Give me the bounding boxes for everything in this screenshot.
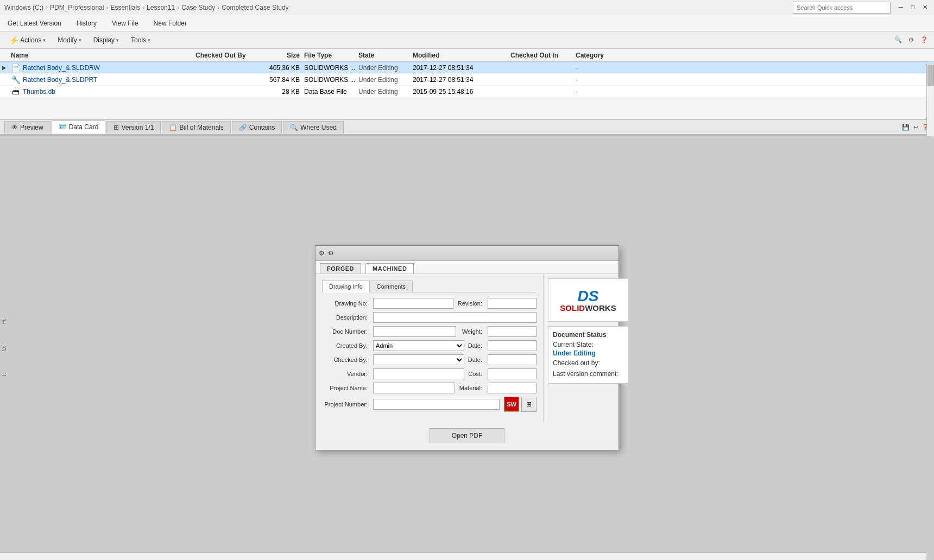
open-pdf-area: Open PDF <box>315 422 619 450</box>
breadcrumb-pdm[interactable]: PDM_Professional <box>50 4 104 11</box>
file-list-header: Name Checked Out By Size File Type State… <box>0 49 934 62</box>
tab-data-card[interactable]: 🪪 Data Card <box>52 120 106 133</box>
col-header-size[interactable]: Size <box>261 52 304 59</box>
side-label-o[interactable]: O: <box>1 346 9 352</box>
table-row[interactable]: 🔧 Ratchet Body_&.SLDPRT 567.84 KB SOLIDW… <box>0 74 934 86</box>
breadcrumb-completed[interactable]: Completed Case Study <box>222 4 288 11</box>
nav-get-latest-version[interactable]: Get Latest Version <box>4 17 65 29</box>
table-row[interactable]: 🗃 Thumbs.db 28 KB Data Base File Under E… <box>0 86 934 98</box>
nav-new-folder[interactable]: New Folder <box>150 17 190 29</box>
save-icon[interactable]: 💾 <box>901 123 910 131</box>
tab-data-card-label: Data Card <box>69 123 99 131</box>
tab-bom-label: Bill of Materials <box>179 124 223 131</box>
tab-where-used[interactable]: 🔍 Where Used <box>283 121 344 133</box>
tab-machined[interactable]: MACHINED <box>365 263 414 273</box>
tools-button[interactable]: Tools ▾ <box>126 34 155 46</box>
col-header-filetype[interactable]: File Type <box>304 52 358 59</box>
file-type-icon: 🗃 <box>11 87 21 97</box>
tab-version-label: Version 1/1 <box>121 124 154 131</box>
created-by-select[interactable]: Admin <box>373 340 464 351</box>
file-name[interactable]: Ratchet Body_&.SLDDRW <box>23 64 100 72</box>
created-by-label: Created By: <box>322 342 371 349</box>
file-name[interactable]: Thumbs.db <box>23 88 55 96</box>
cost-input[interactable] <box>488 368 537 379</box>
file-name[interactable]: Ratchet Body_&.SLDPRT <box>23 76 97 84</box>
table-row[interactable]: ▶ 📄 Ratchet Body_&.SLDDRW 405.36 KB SOLI… <box>0 62 934 74</box>
solidworks-launch-button[interactable]: SW <box>504 397 519 412</box>
vendor-input[interactable] <box>373 368 464 379</box>
current-state-value: Under Editing <box>553 349 623 357</box>
horizontal-scrollbar[interactable] <box>0 552 926 560</box>
col-header-checkin[interactable]: Checked Out In <box>510 52 576 59</box>
col-header-checkout[interactable]: Checked Out By <box>195 52 261 59</box>
breadcrumb: Windows (C:) › PDM_Professional › Essent… <box>4 4 930 11</box>
modify-button[interactable]: Modify ▾ <box>53 34 86 46</box>
project-number-input[interactable] <box>373 399 500 410</box>
undo-icon[interactable]: ↩ <box>911 123 920 131</box>
tab-version[interactable]: ⊞ Version 1/1 <box>106 121 161 133</box>
maximize-button[interactable]: □ <box>908 2 918 12</box>
project-name-input[interactable] <box>373 383 455 393</box>
drawing-no-input[interactable] <box>373 298 453 309</box>
breadcrumb-lesson11[interactable]: Lesson11 <box>147 4 175 11</box>
open-pdf-button[interactable]: Open PDF <box>430 428 505 443</box>
col-header-name[interactable]: Name <box>11 52 195 59</box>
date1-input[interactable]: 2017-12-27 <box>488 340 537 351</box>
file-modified: 2017-12-27 08:51:34 <box>413 76 510 84</box>
display-button[interactable]: Display ▾ <box>89 34 124 46</box>
left-side-labels: H: O: T: <box>0 136 10 560</box>
search-input[interactable] <box>793 2 891 14</box>
dialog-right-panel: DS SOLIDWORKS Document Status Current St… <box>543 274 630 422</box>
settings-icon[interactable]: ⚙ <box>906 35 917 46</box>
tab-forged[interactable]: FORGED <box>320 263 361 273</box>
works-text: WORKS <box>585 304 616 312</box>
tab-contains[interactable]: 🔗 Contains <box>232 121 282 133</box>
side-label-t[interactable]: T: <box>1 373 9 377</box>
where-used-icon: 🔍 <box>290 124 298 131</box>
help-icon[interactable]: ❓ <box>919 35 930 46</box>
side-label-h[interactable]: H: <box>1 319 9 324</box>
form-row-checked-by: Checked By: Date: <box>322 354 537 365</box>
tab-preview[interactable]: 👁 Preview <box>4 121 51 133</box>
breadcrumb-essentials[interactable]: Essentials <box>110 4 140 11</box>
breadcrumb-windows[interactable]: Windows (C:) <box>4 4 43 11</box>
actions-icon: ⚡ <box>9 36 18 44</box>
revision-input[interactable] <box>488 298 537 309</box>
grid-view-button[interactable]: ⊞ <box>521 397 537 412</box>
main-area: H: O: T: ⚙ ⚙ FORGED MACHINED Drawing Inf… <box>0 136 934 560</box>
col-header-state[interactable]: State <box>358 52 413 59</box>
project-name-label: Project Name: <box>322 385 371 391</box>
zoom-icon[interactable]: 🔍 <box>893 35 904 46</box>
actions-label: Actions <box>20 36 41 44</box>
minimize-button[interactable]: ─ <box>896 2 906 12</box>
file-name-cell: 🔧 Ratchet Body_&.SLDPRT <box>11 75 195 85</box>
row-select-icon: ▶ <box>2 65 11 71</box>
material-label: Material: <box>457 385 485 391</box>
scroll-thumb[interactable] <box>927 65 934 86</box>
file-type: SOLIDWORKS ... <box>304 64 358 72</box>
revision-label: Revision: <box>456 300 485 307</box>
col-header-category[interactable]: Category <box>576 52 641 59</box>
date2-input[interactable] <box>488 354 537 365</box>
tab-comments[interactable]: Comments <box>370 281 413 292</box>
date1-label: Date: <box>466 342 485 349</box>
col-header-modified[interactable]: Modified <box>413 52 510 59</box>
sw-wordmark: SOLIDWORKS <box>560 304 616 312</box>
nav-history[interactable]: History <box>73 17 100 29</box>
nav-view-file[interactable]: View File <box>109 17 141 29</box>
weight-input[interactable] <box>488 326 537 337</box>
breadcrumb-casestudy[interactable]: Case Study <box>181 4 215 11</box>
actions-button[interactable]: ⚡ Actions ▾ <box>4 34 51 47</box>
vertical-scrollbar[interactable] <box>926 64 934 136</box>
file-size: 28 KB <box>261 88 304 96</box>
form-row-drawing-no: Drawing No: Revision: <box>322 298 537 309</box>
doc-number-input[interactable] <box>373 326 456 337</box>
tab-bom[interactable]: 📋 Bill of Materials <box>162 121 230 133</box>
description-input[interactable] <box>373 312 537 323</box>
drawing-no-label: Drawing No: <box>322 300 371 307</box>
toolbar: ⚡ Actions ▾ Modify ▾ Display ▾ Tools ▾ 🔍… <box>0 31 934 49</box>
checked-by-select[interactable] <box>373 354 464 365</box>
material-input[interactable] <box>488 383 537 393</box>
tab-drawing-info[interactable]: Drawing Info <box>322 281 370 292</box>
close-button[interactable]: ✕ <box>920 2 930 12</box>
